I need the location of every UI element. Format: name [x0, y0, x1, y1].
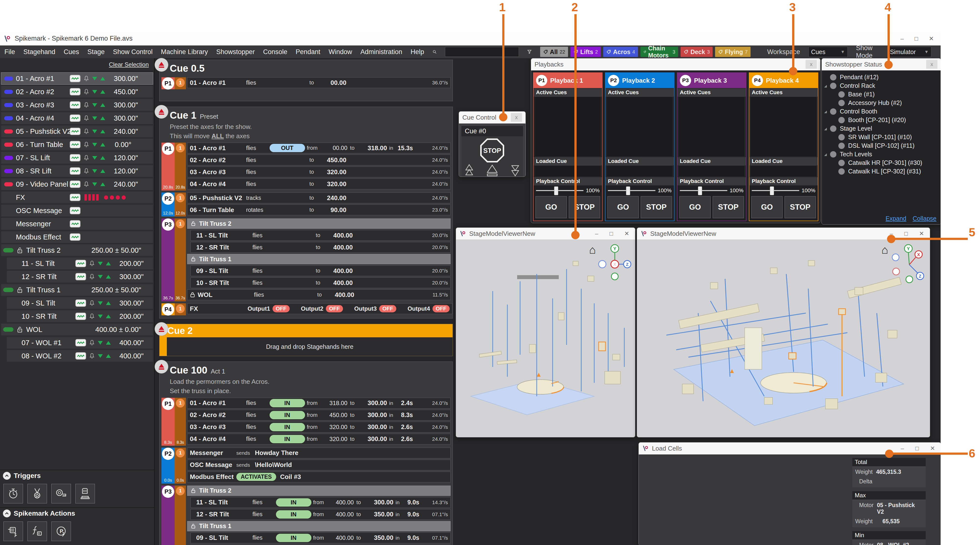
- jog-down-button[interactable]: [92, 130, 97, 133]
- cue-step-row[interactable]: WOL flies to 400.00 11.5"/s: [187, 289, 450, 300]
- menu-item[interactable]: Console: [263, 48, 288, 56]
- jog-down-button[interactable]: [92, 116, 97, 120]
- slider-thumb[interactable]: [554, 186, 558, 195]
- playback-header[interactable]: P1 Playback 1: [533, 73, 602, 88]
- cue-step-row[interactable]: 05 - Pushstick V2 tracks to 240.00 24.0"…: [187, 192, 450, 203]
- sidebar-effect-row[interactable]: Messenger: [1, 218, 153, 230]
- jog-up-button[interactable]: [106, 275, 111, 279]
- sidebar-group-motor-row[interactable]: 11 - SL Tilt 200.00": [7, 257, 153, 269]
- showstopper-node[interactable]: Stage Level: [822, 124, 940, 133]
- filter-tag[interactable]: Deck 3: [681, 47, 713, 57]
- expander-icon[interactable]: [824, 153, 830, 156]
- collapse-chevron-icon[interactable]: [3, 510, 11, 517]
- timer-trigger-button[interactable]: [3, 484, 23, 504]
- eject-cue-button[interactable]: [154, 322, 168, 336]
- go-load-button[interactable]: [485, 164, 499, 177]
- sidebar-motor-row[interactable]: 01 - Acro #1 300.00": [1, 73, 153, 84]
- cue-fx-row[interactable]: FX Output1OFF Output2OFF Output3OFF Outp…: [187, 303, 452, 314]
- close-icon[interactable]: ✕: [624, 230, 629, 237]
- menu-item[interactable]: File: [5, 48, 15, 56]
- showstopper-node[interactable]: DSL Wall [CP-102] (#11): [822, 141, 940, 150]
- close-icon[interactable]: x: [511, 113, 522, 122]
- maximize-icon[interactable]: □: [904, 230, 908, 237]
- jog-up-button[interactable]: [100, 143, 105, 146]
- function-motor-action-button[interactable]: [27, 521, 47, 541]
- loaded-cue-list[interactable]: [750, 165, 817, 177]
- search-input[interactable]: [445, 47, 519, 57]
- cue-step-row[interactable]: 01 - Acro #1 flies OUT from 00.00 to 318…: [187, 143, 450, 153]
- bell-icon[interactable]: [84, 141, 89, 148]
- playback-header[interactable]: P3 Playback 3: [678, 73, 746, 88]
- cue-step-row[interactable]: 03 - Acro #3 flies IN from 320.00 to 300…: [187, 422, 450, 432]
- axis-gizmo[interactable]: Y X Z: [597, 242, 633, 284]
- cue-message-row[interactable]: OSC Message sends \Hello\World: [187, 460, 450, 470]
- lock-icon[interactable]: [17, 247, 23, 254]
- cue-group-header[interactable]: Tilt Truss 2: [187, 218, 450, 229]
- position-trigger-button[interactable]: [51, 484, 71, 504]
- jog-down-button[interactable]: [92, 90, 97, 94]
- cue-message-row[interactable]: Messenger sends Howday There: [187, 448, 450, 458]
- cue-step-row[interactable]: 01 - Acro #1 flies IN from 318.00 to 300…: [187, 398, 450, 408]
- active-cues-list[interactable]: [678, 97, 745, 157]
- home-view-icon[interactable]: [589, 243, 596, 256]
- menu-item[interactable]: Stagehand: [24, 48, 56, 56]
- bell-icon[interactable]: [84, 154, 89, 161]
- playback-header[interactable]: P4 Playback 4: [749, 73, 818, 88]
- menu-item[interactable]: Machine Library: [161, 48, 208, 56]
- loaded-cue-list[interactable]: [678, 165, 745, 177]
- showstopper-node[interactable]: Pendant (#12): [822, 73, 940, 81]
- cue-step-row[interactable]: 04 - Acro #4 flies IN from 320.00 to 300…: [187, 434, 450, 445]
- menu-item[interactable]: Window: [329, 48, 352, 56]
- sidebar-effect-row[interactable]: Modbus Effect: [1, 231, 153, 243]
- speed-slider[interactable]: [680, 190, 727, 191]
- maximize-icon[interactable]: □: [915, 445, 919, 452]
- expander-icon[interactable]: [824, 127, 830, 130]
- jog-up-button[interactable]: [106, 341, 111, 345]
- cue-group-sub-row[interactable]: 09 - SL Tilt flies IN from 400.00 to 350…: [191, 532, 450, 543]
- jog-down-button[interactable]: [98, 275, 103, 279]
- go-button[interactable]: GO: [679, 196, 711, 218]
- jog-up-button[interactable]: [100, 183, 105, 186]
- active-cues-list[interactable]: [606, 97, 673, 157]
- cue-group-header[interactable]: Tilt Truss 2: [187, 486, 450, 496]
- close-icon[interactable]: ✕: [919, 230, 924, 237]
- menu-item[interactable]: Stage: [88, 48, 105, 56]
- showstopper-node[interactable]: Control Rack: [822, 81, 940, 90]
- sidebar-motor-row[interactable]: 04 - Acro #4 300.00": [1, 112, 153, 124]
- speed-slider[interactable]: [608, 190, 655, 191]
- collapse-link[interactable]: Collapse: [913, 215, 937, 222]
- expander-icon[interactable]: [824, 84, 830, 88]
- sidebar-group-motor-row[interactable]: 08 - WOL #2 400.00": [7, 350, 153, 362]
- cue-step-row[interactable]: 06 - Turn Table rotates to 90.00 23.0"/s: [187, 205, 450, 215]
- close-icon[interactable]: ✕: [930, 445, 935, 452]
- stop-button[interactable]: STOP: [713, 196, 744, 218]
- bell-icon[interactable]: [89, 300, 95, 306]
- eject-cue-button[interactable]: [154, 105, 168, 119]
- jog-up-button[interactable]: [106, 262, 111, 265]
- bell-icon[interactable]: [84, 181, 89, 187]
- bell-icon[interactable]: [89, 353, 95, 359]
- showstopper-node[interactable]: Tech Levels: [822, 150, 940, 159]
- sidebar-group-row[interactable]: Tilt Truss 2 250.00 ± 50.00": [1, 245, 153, 256]
- cue-group-sub-row[interactable]: 11 - SL Tilt flies to 400.00 20.0"/s: [191, 230, 450, 241]
- jog-down-button[interactable]: [92, 103, 97, 107]
- sidebar-motor-row[interactable]: 09 - Video Panel 240.00": [1, 178, 153, 190]
- cue-step-row[interactable]: 02 - Acro #2 flies to 450.00 24.0"/s: [187, 154, 450, 165]
- close-icon[interactable]: x: [806, 60, 817, 69]
- jog-up-button[interactable]: [100, 130, 105, 133]
- sidebar-effect-row[interactable]: OSC Message: [1, 205, 153, 216]
- go-button[interactable]: GO: [608, 196, 639, 218]
- cue-group-sub-row[interactable]: 09 - SL Tilt flies to 400.00 20.0"/s: [191, 265, 450, 276]
- jog-down-button[interactable]: [92, 77, 97, 81]
- sidebar-group-motor-row[interactable]: 12 - SR Tilt 300.00": [7, 271, 153, 283]
- menu-item[interactable]: Showstopper: [216, 48, 255, 56]
- cue-group-sub-row[interactable]: 11 - SL Tilt flies IN from 400.00 to 300…: [191, 497, 450, 508]
- search-icon[interactable]: [433, 49, 437, 55]
- cue-group-header[interactable]: Tilt Truss 1: [187, 254, 450, 264]
- sidebar-motor-row[interactable]: 03 - Acro #3 300.00": [1, 99, 153, 111]
- showstopper-node[interactable]: Catwalk HL [CP-302] (#31): [822, 167, 940, 176]
- bell-icon[interactable]: [84, 75, 89, 82]
- jog-up-button[interactable]: [100, 156, 105, 160]
- go-button[interactable]: GO: [536, 196, 567, 218]
- sidebar-motor-row[interactable]: 05 - Pushstick V2 240.00": [1, 126, 153, 137]
